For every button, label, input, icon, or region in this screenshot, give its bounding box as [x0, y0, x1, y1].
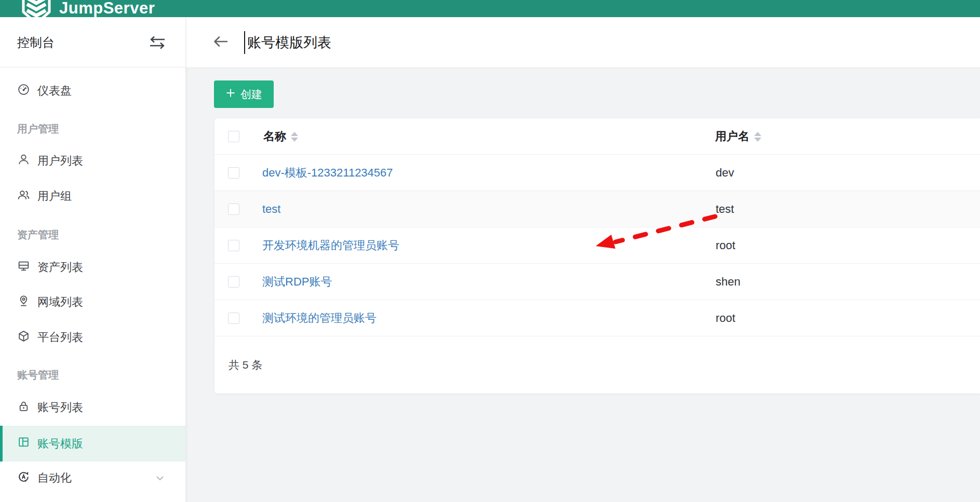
create-button-label: 创建 — [240, 87, 262, 102]
sidebar-section-accounts: 账号管理 — [17, 368, 59, 382]
sidebar-item-label: 账号列表 — [37, 400, 83, 415]
username-cell: root — [716, 227, 735, 264]
template-name-link[interactable]: dev-模板-1233211234567 — [262, 155, 393, 191]
template-name-link[interactable]: 测试RDP账号 — [262, 264, 332, 300]
dashboard-gauge-icon — [17, 83, 30, 99]
row-checkbox[interactable] — [228, 276, 239, 288]
account-template-table-card: 名称 用户名 dev-模板-1233211234567 dev test tes… — [214, 118, 980, 394]
username-cell: dev — [716, 155, 734, 191]
column-header-name[interactable]: 名称 — [263, 118, 298, 155]
sort-caret-icon — [754, 132, 761, 142]
sidebar-item-automation[interactable]: 自动化 — [0, 468, 185, 489]
sidebar-item-account-templates[interactable]: 账号模版 — [0, 426, 185, 462]
username-cell: shen — [716, 264, 741, 300]
sidebar-header: 控制台 — [0, 17, 185, 67]
sidebar-item-account-list[interactable]: 账号列表 — [0, 397, 185, 418]
table-header-row: 名称 用户名 — [214, 118, 980, 155]
sidebar-item-label: 用户列表 — [37, 153, 83, 169]
template-name-link[interactable]: 测试环境的管理员账号 — [262, 300, 377, 336]
sidebar-item-platform-list[interactable]: 平台列表 — [0, 327, 185, 348]
sidebar-item-label: 自动化 — [37, 470, 72, 486]
column-header-username[interactable]: 用户名 — [715, 118, 761, 155]
domain-pin-icon — [17, 294, 30, 310]
user-group-icon — [17, 188, 30, 205]
collapse-sidebar-icon[interactable] — [149, 35, 166, 50]
back-button[interactable] — [210, 32, 231, 53]
username-cell: test — [716, 191, 734, 227]
platform-cube-icon — [17, 330, 30, 346]
username-cell: root — [716, 300, 735, 336]
sidebar-item-domain-list[interactable]: 网域列表 — [0, 292, 185, 313]
row-checkbox[interactable] — [228, 240, 239, 251]
plus-icon — [225, 88, 236, 101]
chevron-down-icon — [154, 473, 166, 486]
sidebar-section-assets: 资产管理 — [17, 228, 59, 241]
brand-logo[interactable]: JumpServer — [20, 0, 155, 17]
user-icon — [17, 153, 30, 169]
table-row: 测试RDP账号 shen — [214, 264, 980, 300]
asset-monitor-icon — [17, 260, 30, 276]
row-checkbox[interactable] — [228, 167, 239, 179]
sidebar-item-label: 平台列表 — [37, 330, 83, 345]
brand-name: JumpServer — [59, 0, 155, 17]
select-all-checkbox[interactable] — [228, 131, 239, 142]
sidebar-item-label: 账号模版 — [37, 436, 83, 452]
jumpserver-shield-icon — [20, 0, 53, 17]
template-name-link[interactable]: 开发环境机器的管理员账号 — [262, 227, 399, 264]
page-title: 账号模版列表 — [247, 17, 331, 67]
sidebar: 控制台 仪表盘 用户管理 — [0, 17, 186, 502]
sidebar-item-user-list[interactable]: 用户列表 — [0, 151, 185, 171]
sidebar-item-label: 网域列表 — [37, 294, 83, 310]
table-row: dev-模板-1233211234567 dev — [214, 155, 980, 191]
app-root: JumpServer 控制台 仪表盘 — [0, 0, 980, 502]
create-button[interactable]: 创建 — [214, 80, 274, 108]
sidebar-item-label: 仪表盘 — [37, 83, 72, 99]
table-row: 测试环境的管理员账号 root — [214, 300, 980, 336]
topbar: JumpServer — [0, 0, 980, 17]
row-checkbox[interactable] — [228, 313, 239, 324]
table-total-count: 共 5 条 — [214, 336, 980, 394]
sort-caret-icon — [291, 132, 298, 142]
table-row: test test — [214, 191, 980, 227]
row-checkbox[interactable] — [228, 203, 239, 215]
sidebar-section-users: 用户管理 — [17, 122, 59, 135]
main-content: 创建 名称 用户名 dev-模板-1233211234567 dev — [185, 67, 980, 502]
sidebar-item-dashboard[interactable]: 仪表盘 — [0, 80, 185, 101]
text-cursor — [244, 31, 245, 54]
sidebar-item-asset-list[interactable]: 资产列表 — [0, 257, 185, 278]
back-arrow-icon — [212, 34, 230, 51]
account-lock-icon — [17, 400, 30, 416]
template-layout-icon — [17, 436, 30, 452]
automation-icon — [17, 470, 30, 486]
page-header: 账号模版列表 — [185, 17, 980, 68]
sidebar-item-label: 用户组 — [37, 188, 72, 204]
sidebar-item-label: 资产列表 — [37, 260, 83, 275]
table-row: 开发环境机器的管理员账号 root — [214, 227, 980, 264]
sidebar-title: 控制台 — [17, 17, 55, 67]
sidebar-item-user-groups[interactable]: 用户组 — [0, 186, 185, 207]
template-name-link[interactable]: test — [262, 191, 280, 227]
